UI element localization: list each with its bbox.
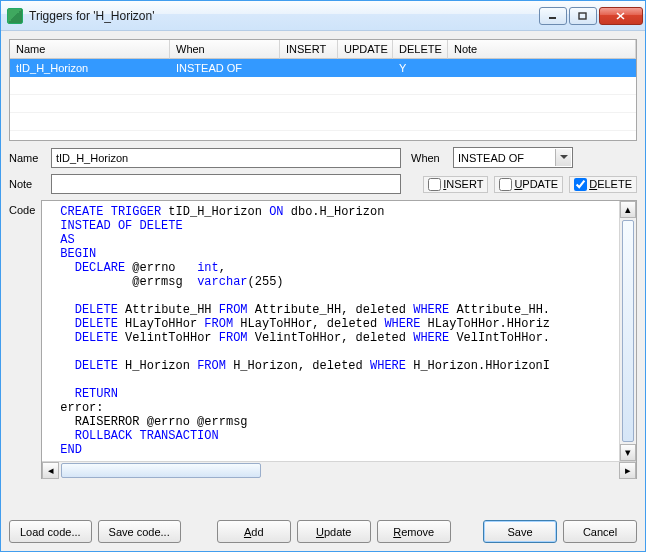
svg-line-3	[617, 13, 624, 19]
triggers-window: Triggers for 'H_Horizon' Name When INSER…	[0, 0, 646, 552]
load-code-button[interactable]: Load code...	[9, 520, 92, 543]
remove-button[interactable]: Remove	[377, 520, 451, 543]
save-button[interactable]: Save	[483, 520, 557, 543]
chevron-down-icon	[555, 149, 571, 166]
when-label: When	[411, 152, 447, 164]
table-row[interactable]: tID_H_HorizonINSTEAD OFY	[10, 59, 636, 77]
vertical-thumb[interactable]	[622, 220, 634, 442]
titlebar[interactable]: Triggers for 'H_Horizon'	[1, 1, 645, 31]
col-update[interactable]: UPDATE	[338, 40, 393, 59]
note-input[interactable]	[51, 174, 401, 194]
insert-checkbox[interactable]: INSERT	[423, 176, 488, 193]
app-icon	[7, 8, 23, 24]
delete-checkbox[interactable]: DELETE	[569, 176, 637, 193]
col-note[interactable]: Note	[448, 40, 636, 59]
code-text[interactable]: CREATE TRIGGER tID_H_Horizon ON dbo.H_Ho…	[42, 201, 636, 461]
maximize-button[interactable]	[569, 7, 597, 25]
svg-line-2	[617, 13, 624, 19]
col-when[interactable]: When	[170, 40, 280, 59]
update-button[interactable]: Update	[297, 520, 371, 543]
scroll-up-icon[interactable]: ▴	[620, 201, 636, 218]
col-insert[interactable]: INSERT	[280, 40, 338, 59]
vertical-scrollbar[interactable]: ▴ ▾	[619, 201, 636, 461]
col-name[interactable]: Name	[10, 40, 170, 59]
grid-header: Name When INSERT UPDATE DELETE Note	[10, 40, 636, 59]
name-input[interactable]	[51, 148, 401, 168]
when-combo[interactable]: INSTEAD OF	[453, 147, 573, 168]
grid-body: tID_H_HorizonINSTEAD OFY	[10, 59, 636, 131]
col-delete[interactable]: DELETE	[393, 40, 448, 59]
update-checkbox[interactable]: UPDATE	[494, 176, 563, 193]
when-combo-value: INSTEAD OF	[458, 152, 524, 164]
trigger-grid[interactable]: Name When INSERT UPDATE DELETE Note tID_…	[9, 39, 637, 141]
code-label: Code	[9, 200, 35, 216]
name-label: Name	[9, 152, 45, 164]
client-area: Name When INSERT UPDATE DELETE Note tID_…	[1, 31, 645, 551]
cancel-button[interactable]: Cancel	[563, 520, 637, 543]
scroll-right-icon[interactable]: ▸	[619, 462, 636, 479]
button-bar: Load code... Save code... Add Update Rem…	[9, 516, 637, 543]
save-code-button[interactable]: Save code...	[98, 520, 181, 543]
horizontal-thumb[interactable]	[61, 463, 261, 478]
minimize-button[interactable]	[539, 7, 567, 25]
scroll-left-icon[interactable]: ◂	[42, 462, 59, 479]
scroll-down-icon[interactable]: ▾	[620, 444, 636, 461]
window-title: Triggers for 'H_Horizon'	[29, 9, 539, 23]
svg-rect-1	[579, 13, 586, 19]
note-label: Note	[9, 178, 45, 190]
code-editor[interactable]: CREATE TRIGGER tID_H_Horizon ON dbo.H_Ho…	[41, 200, 637, 479]
horizontal-scrollbar[interactable]: ◂ ▸	[42, 461, 636, 478]
close-button[interactable]	[599, 7, 643, 25]
add-button[interactable]: Add	[217, 520, 291, 543]
